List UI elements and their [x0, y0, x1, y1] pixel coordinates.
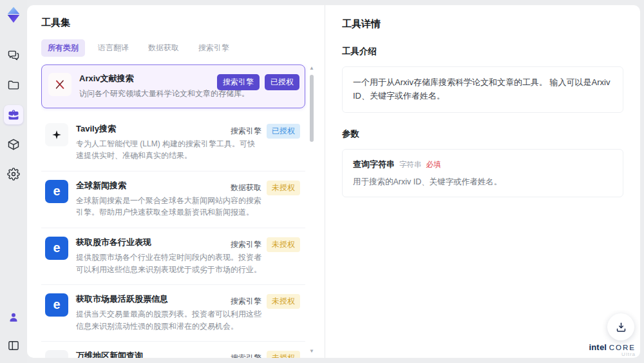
tool-auth-badge: 已授权: [265, 74, 299, 90]
sidebar-item-settings[interactable]: [4, 164, 23, 184]
tool-auth-badge: 未授权: [267, 351, 300, 358]
folder-icon: [7, 79, 20, 92]
app-logo-icon: [5, 6, 23, 24]
tool-description: 提供股票市场各个行业在特定时间段内的表现。投资者可以利用这些信息来识别表现优于或…: [76, 251, 261, 275]
panel-icon: [7, 339, 20, 352]
scrollbar[interactable]: ▲ ▼: [308, 64, 316, 358]
download-icon: [615, 321, 627, 333]
tool-row[interactable]: Tavily搜索 专为人工智能代理 (LLM) 构建的搜索引擎工具。可快速提供实…: [41, 115, 305, 172]
tool-auth-badge: 未授权: [267, 181, 300, 195]
tool-list-pane: 工具集 所有类别语言翻译数据获取搜索引擎 Arxiv文献搜索 访问各个研究领域大…: [27, 5, 325, 358]
intro-heading: 工具介绍: [342, 46, 623, 57]
globe-tool-icon: e: [45, 293, 68, 317]
tab-2[interactable]: 数据获取: [142, 39, 185, 57]
detail-title: 工具详情: [342, 18, 623, 30]
intel-wordmark: intel: [589, 342, 607, 352]
tool-row[interactable]: e 全球新闻搜索 全球新闻搜索是一个聚合全球各大新闻网站内容的搜索引擎。帮助用户…: [41, 172, 305, 228]
tool-row[interactable]: e 获取股市各行业表现 提供股票市场各个行业在特定时间段内的表现。投资者可以利用…: [41, 228, 305, 285]
page-title: 工具集: [41, 17, 316, 29]
tool-description: 全球新闻搜索是一个聚合全球各大新闻网站内容的搜索引擎。帮助用户快速获取全球最新资…: [76, 195, 261, 219]
intro-text: 一个用于从Arxiv存储库搜索科学论文和文章的工具。 输入可以是Arxiv ID…: [353, 76, 612, 103]
params-heading: 参数: [342, 128, 623, 140]
param-type: 字符串: [399, 160, 422, 170]
tool-auth-badge: 未授权: [267, 237, 300, 252]
intro-box: 一个用于从Arxiv存储库搜索科学论文和文章的工具。 输入可以是Arxiv ID…: [342, 66, 623, 113]
globe-tool-icon: e: [45, 180, 68, 203]
globe-tool-icon: e: [45, 237, 68, 260]
tool-row[interactable]: 万维地区新闻查询 查询具体行政区划内的新闻，快速了解各地新闻动 搜索引擎 未授权: [41, 342, 305, 358]
param-header: 查询字符串 字符串 必填: [353, 159, 612, 170]
sidebar-item-folder[interactable]: [4, 75, 23, 95]
toolbox-icon: [7, 108, 20, 121]
tool-auth-badge: 未授权: [267, 294, 300, 309]
core-wordmark: CORE: [609, 344, 636, 351]
tab-0[interactable]: 所有类别: [41, 39, 85, 57]
tool-category-tag: 搜索引擎: [231, 353, 261, 358]
tool-row[interactable]: e 获取市场最活跃股票信息 提供当天交易量最高的股票列表。投资者可以利用这些信息…: [41, 285, 305, 342]
tool-detail-pane: 工具详情 工具介绍 一个用于从Arxiv存储库搜索科学论文和文章的工具。 输入可…: [325, 5, 640, 358]
param-required-badge: 必填: [426, 160, 441, 170]
sidebar-item-toolbox[interactable]: [4, 105, 23, 124]
scrollbar-thumb[interactable]: [310, 75, 314, 142]
tab-3[interactable]: 搜索引擎: [192, 39, 236, 57]
left-rail: [0, 0, 27, 363]
sidebar-item-user[interactable]: [4, 308, 23, 327]
tool-category-tag: 搜索引擎: [231, 126, 261, 137]
scroll-down-icon[interactable]: ▼: [309, 349, 314, 354]
building-tool-icon: [45, 350, 68, 358]
tool-auth-badge: 已授权: [267, 124, 300, 139]
tool-description: 专为人工智能代理 (LLM) 构建的搜索引擎工具。可快速提供实时、准确和真实的结…: [76, 138, 261, 162]
intel-core-logo: intel CORE Ultra: [589, 343, 636, 358]
sidebar-item-chat[interactable]: [4, 46, 23, 65]
tool-category-tag: 搜索引擎: [217, 74, 260, 90]
tool-description: 提供当天交易量最高的股票列表。投资者可以利用这些信息来识别流动性强的股票和潜在的…: [76, 308, 261, 332]
rail-bottom: [4, 308, 23, 355]
tool-name: 万维地区新闻查询: [76, 350, 246, 358]
rail-nav: [0, 46, 27, 184]
cube-icon: [7, 138, 20, 151]
tool-category-tag: 搜索引擎: [231, 239, 261, 250]
tool-row[interactable]: Arxiv文献搜索 访问各个研究领域大量科学论文和文章的存储库。 搜索引擎 已授…: [41, 64, 305, 108]
chat-icon: [7, 49, 20, 62]
param-box: 查询字符串 字符串 必填 用于搜索的Arxiv ID、关键字或作者姓名。: [342, 149, 623, 197]
brand-subtext: Ultra: [589, 352, 636, 358]
download-button[interactable]: [607, 313, 634, 340]
tool-category-tag: 搜索引擎: [231, 296, 261, 307]
param-name: 查询字符串: [353, 159, 395, 170]
scroll-up-icon[interactable]: ▲: [309, 66, 314, 71]
tool-category-tag: 数据获取: [231, 182, 261, 193]
arxiv-tool-icon: [48, 73, 71, 96]
category-tabs: 所有类别语言翻译数据获取搜索引擎: [41, 39, 316, 57]
user-icon: [7, 311, 20, 324]
tool-list: Arxiv文献搜索 访问各个研究领域大量科学论文和文章的存储库。 搜索引擎 已授…: [41, 64, 316, 358]
sidebar-item-panel[interactable]: [4, 336, 23, 355]
sidebar-item-cube[interactable]: [4, 135, 23, 154]
param-desc: 用于搜索的Arxiv ID、关键字或作者姓名。: [353, 177, 612, 188]
tavily-tool-icon: [45, 123, 68, 146]
main-card: 工具集 所有类别语言翻译数据获取搜索引擎 Arxiv文献搜索 访问各个研究领域大…: [27, 5, 640, 358]
tab-1[interactable]: 语言翻译: [91, 39, 135, 57]
settings-icon: [7, 168, 20, 181]
